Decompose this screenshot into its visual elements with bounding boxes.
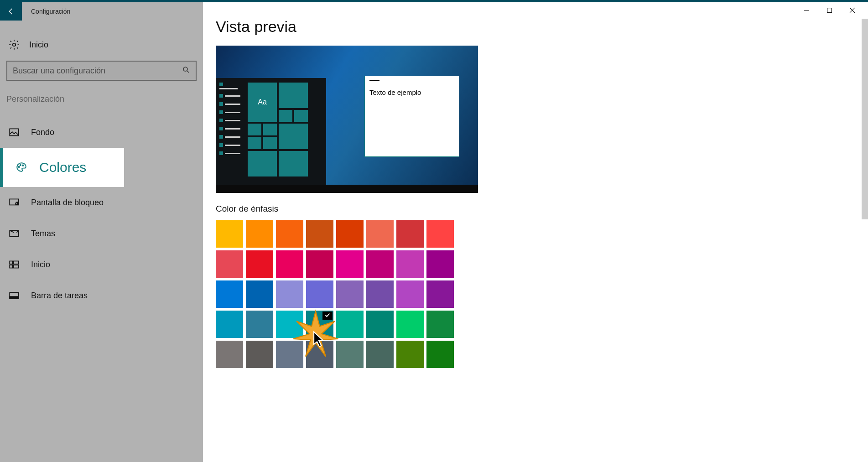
svg-rect-12 [14, 265, 19, 268]
color-swatch[interactable] [276, 311, 303, 338]
palette-icon [16, 161, 27, 173]
vertical-scrollbar[interactable] [862, 19, 868, 219]
nav-item-pantalla-bloqueo[interactable]: Pantalla de bloqueo [0, 187, 203, 218]
nav-label: Pantalla de bloqueo [31, 198, 104, 208]
image-icon [8, 126, 20, 138]
color-swatch[interactable] [366, 220, 394, 248]
color-swatch[interactable] [366, 341, 394, 368]
color-swatch[interactable] [246, 250, 273, 278]
svg-rect-2 [10, 129, 19, 135]
nav-item-inicio[interactable]: Inicio [0, 249, 203, 280]
titlebar: Configuración [0, 2, 203, 21]
color-swatch[interactable] [306, 250, 333, 278]
start-icon [8, 259, 20, 270]
home-label: Inicio [29, 40, 48, 50]
color-swatch[interactable] [216, 280, 243, 308]
svg-rect-10 [14, 261, 19, 264]
color-swatch[interactable] [216, 341, 243, 368]
color-swatch[interactable] [336, 311, 364, 338]
home-link[interactable]: Inicio [8, 39, 203, 51]
svg-rect-14 [10, 296, 19, 298]
preview-sample-window: Texto de ejemplo [364, 76, 459, 157]
nav-label: Fondo [31, 128, 54, 137]
color-swatch[interactable] [246, 311, 273, 338]
color-swatch[interactable] [366, 250, 394, 278]
lockscreen-icon [8, 197, 20, 208]
color-swatch[interactable] [396, 341, 424, 368]
color-swatch[interactable] [336, 250, 364, 278]
color-swatch[interactable] [306, 311, 333, 338]
back-button[interactable] [0, 2, 22, 21]
color-swatch[interactable] [426, 341, 454, 368]
nav-list: Fondo Colores Pantalla de bloqueo Temas [0, 117, 203, 311]
color-swatch[interactable] [426, 220, 454, 248]
accent-color-grid [216, 220, 454, 368]
themes-icon [8, 228, 20, 239]
svg-point-0 [13, 43, 16, 47]
sidebar: Configuración Inicio Personalización Fon… [0, 2, 203, 462]
color-swatch[interactable] [366, 280, 394, 308]
check-icon [323, 311, 332, 319]
section-label: Personalización [6, 94, 203, 104]
close-button[interactable] [841, 2, 863, 18]
svg-rect-7 [16, 203, 17, 204]
desktop-preview: Aa Texto de ejemplo [216, 46, 478, 193]
color-swatch[interactable] [216, 250, 243, 278]
color-swatch[interactable] [426, 250, 454, 278]
color-swatch[interactable] [216, 220, 243, 248]
nav-item-colores[interactable]: Colores [0, 148, 124, 187]
nav-item-fondo[interactable]: Fondo [0, 117, 203, 148]
color-swatch[interactable] [396, 280, 424, 308]
color-swatch[interactable] [306, 280, 333, 308]
color-swatch[interactable] [396, 220, 424, 248]
preview-taskbar [216, 185, 478, 193]
color-swatch[interactable] [366, 311, 394, 338]
search-icon [182, 66, 190, 76]
color-swatch[interactable] [426, 311, 454, 338]
main-pane: Vista previa Aa [203, 2, 868, 462]
color-swatch[interactable] [426, 280, 454, 308]
window-title: Configuración [31, 8, 70, 15]
svg-rect-9 [10, 261, 13, 264]
preview-sample-text: Texto de ejemplo [369, 88, 454, 96]
gear-icon [8, 39, 20, 51]
color-swatch[interactable] [246, 280, 273, 308]
color-swatch[interactable] [216, 311, 243, 338]
color-swatch[interactable] [336, 280, 364, 308]
preview-start-menu: Aa [216, 78, 326, 185]
color-swatch[interactable] [246, 341, 273, 368]
color-swatch[interactable] [276, 250, 303, 278]
search-box[interactable] [6, 61, 197, 81]
minimize-button[interactable] [795, 2, 818, 18]
svg-point-1 [183, 67, 187, 71]
taskbar-icon [8, 290, 20, 301]
color-swatch[interactable] [396, 311, 424, 338]
color-swatch[interactable] [276, 280, 303, 308]
color-swatch[interactable] [396, 250, 424, 278]
svg-rect-11 [10, 265, 13, 268]
nav-label: Barra de tareas [31, 291, 88, 301]
color-swatch[interactable] [276, 220, 303, 248]
accent-color-label: Color de énfasis [216, 204, 868, 214]
maximize-button[interactable] [818, 2, 841, 18]
color-swatch[interactable] [336, 341, 364, 368]
preview-tile-aa: Aa [248, 83, 277, 122]
nav-label: Inicio [31, 260, 50, 270]
nav-item-barra-tareas[interactable]: Barra de tareas [0, 280, 203, 311]
window-controls [795, 2, 863, 18]
color-swatch[interactable] [306, 220, 333, 248]
preview-heading: Vista previa [216, 18, 868, 36]
svg-point-4 [20, 165, 21, 166]
nav-item-temas[interactable]: Temas [0, 218, 203, 249]
search-input[interactable] [13, 66, 182, 76]
nav-label: Colores [39, 160, 86, 175]
svg-point-3 [18, 166, 19, 167]
svg-rect-15 [827, 8, 832, 12]
color-swatch[interactable] [306, 341, 333, 368]
color-swatch[interactable] [276, 341, 303, 368]
color-swatch[interactable] [336, 220, 364, 248]
svg-point-5 [22, 165, 23, 166]
nav-label: Temas [31, 229, 55, 239]
color-swatch[interactable] [246, 220, 273, 248]
